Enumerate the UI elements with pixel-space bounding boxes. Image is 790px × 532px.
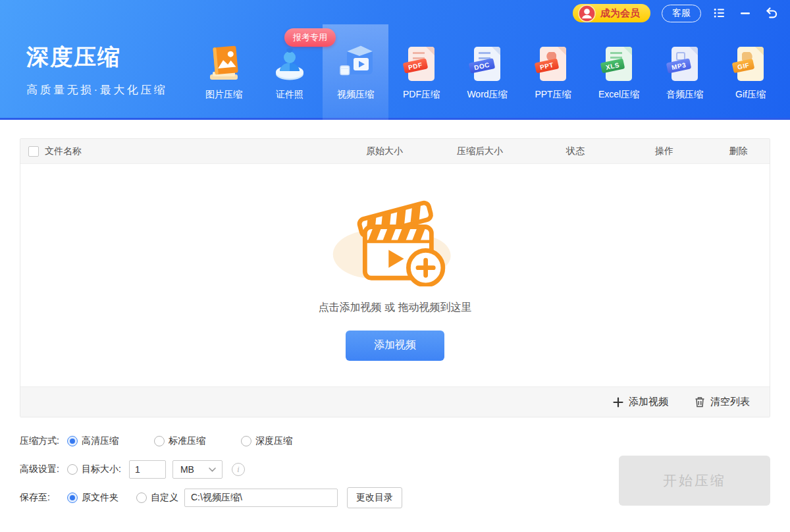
pdf-doc-icon: PDF (408, 39, 434, 81)
video-compress-icon (336, 39, 375, 81)
brand: 深度压缩 高质量无损·最大化压缩 (26, 42, 167, 97)
footer-add-video-button[interactable]: 添加视频 (613, 396, 668, 408)
radio-label: 原文件夹 (82, 492, 118, 504)
unit-value: MB (180, 464, 194, 475)
select-all-checkbox[interactable] (28, 146, 39, 157)
support-label: 客服 (672, 7, 691, 19)
column-operation: 操作 (621, 146, 707, 157)
radio-label: 标准压缩 (169, 435, 205, 447)
gif-doc-icon: GIF (737, 39, 764, 81)
advanced-settings-label: 高级设置: (20, 464, 67, 475)
audio-doc-icon: MP3 (672, 39, 698, 81)
file-tag: DOC (469, 58, 495, 73)
radio-target-size[interactable]: 目标大小: (67, 464, 121, 475)
exit-icon[interactable] (764, 6, 778, 20)
app-header: 成为会员 客服 深度压缩 高质量无损·最大化压缩 图片压缩 报考专用 (0, 0, 790, 120)
word-doc-icon: DOC (474, 39, 500, 81)
become-member-button[interactable]: 成为会员 (573, 4, 650, 22)
member-label: 成为会员 (600, 7, 640, 20)
app-subtitle: 高质量无损·最大化压缩 (26, 82, 167, 97)
topbar: 成为会员 客服 (573, 4, 778, 22)
clear-list-button[interactable]: 清空列表 (695, 396, 750, 408)
tab-image-compress[interactable]: 图片压缩 (191, 24, 257, 120)
tab-pdf-compress[interactable]: PDF PDF压缩 (388, 24, 454, 120)
tab-ppt-compress[interactable]: PPT PPT压缩 (520, 24, 586, 120)
column-compressed-size: 压缩后大小 (431, 146, 529, 157)
radio-dot (241, 436, 251, 446)
tab-label: 图片压缩 (205, 89, 242, 101)
image-compress-icon (205, 39, 242, 81)
unit-select[interactable]: MB (172, 460, 223, 479)
list-menu-icon[interactable] (712, 6, 727, 20)
radio-dot (136, 492, 147, 503)
tab-gif-compress[interactable]: GIF Gif压缩 (718, 24, 783, 120)
avatar-icon (578, 5, 596, 22)
footer-add-label: 添加视频 (629, 396, 668, 408)
radio-dot (67, 464, 78, 475)
tab-label: 视频压缩 (337, 89, 374, 101)
empty-state: 点击添加视频 或 拖动视频到这里 添加视频 (319, 190, 472, 361)
tab-label: 证件照 (276, 89, 303, 101)
compress-mode-label: 压缩方式: (20, 435, 67, 447)
trash-icon (695, 396, 705, 408)
column-original-size: 原始大小 (338, 146, 431, 157)
radio-deep-compress[interactable]: 深度压缩 (241, 435, 292, 447)
file-tag: GIF (732, 59, 755, 73)
tab-id-photo[interactable]: 报考专用 证件照 (257, 24, 323, 120)
column-status: 状态 (529, 146, 621, 157)
minimize-icon[interactable] (738, 6, 752, 20)
tab-label: Word压缩 (467, 89, 507, 101)
exam-badge: 报考专用 (284, 28, 336, 47)
plus-icon (613, 397, 623, 408)
info-icon[interactable]: i (232, 463, 245, 476)
radio-hd-compress[interactable]: 高清压缩 (67, 435, 118, 447)
tab-label: Excel压缩 (598, 89, 639, 101)
app-title: 深度压缩 (26, 42, 167, 72)
tab-audio-compress[interactable]: MP3 音频压缩 (652, 24, 718, 120)
radio-custom-folder[interactable]: 自定义 (136, 492, 178, 504)
compress-mode-row: 压缩方式: 高清压缩 标准压缩 深度压缩 (20, 431, 770, 451)
chevron-down-icon (209, 467, 216, 472)
radio-original-folder[interactable]: 原文件夹 (67, 492, 118, 504)
settings-section: 压缩方式: 高清压缩 标准压缩 深度压缩 高级设置: 目标大小: MB (0, 417, 790, 532)
tab-word-compress[interactable]: DOC Word压缩 (454, 24, 520, 120)
start-compress-button[interactable]: 开始压缩 (619, 456, 770, 506)
radio-dot (154, 436, 165, 446)
save-to-label: 保存至: (20, 492, 67, 504)
file-tag: PPT (535, 59, 560, 74)
radio-dot (67, 436, 78, 446)
radio-standard-compress[interactable]: 标准压缩 (154, 435, 205, 447)
file-list-panel: 文件名称 原始大小 压缩后大小 状态 操作 删除 (20, 138, 770, 417)
add-video-button[interactable]: 添加视频 (346, 331, 444, 361)
save-path-input[interactable] (184, 489, 338, 507)
radio-dot (67, 492, 78, 503)
tab-label: PPT压缩 (535, 89, 571, 101)
radio-label: 目标大小: (82, 464, 121, 475)
column-file-name: 文件名称 (45, 146, 82, 157)
drop-zone[interactable]: 点击添加视频 或 拖动视频到这里 添加视频 (20, 164, 770, 386)
ppt-doc-icon: PPT (540, 39, 566, 81)
tab-excel-compress[interactable]: XLS Excel压缩 (586, 24, 652, 120)
nav-tabs: 图片压缩 报考专用 证件照 视频压缩 PDF PDF压缩 DOC Word压缩 (191, 24, 783, 120)
column-delete: 删除 (707, 146, 770, 157)
file-table-header: 文件名称 原始大小 压缩后大小 状态 操作 删除 (20, 139, 770, 164)
clear-list-label: 清空列表 (710, 396, 750, 408)
file-tag: XLS (600, 59, 625, 74)
excel-doc-icon: XLS (606, 39, 632, 81)
change-directory-button[interactable]: 更改目录 (347, 487, 402, 508)
radio-label: 高清压缩 (82, 435, 118, 447)
empty-hint: 点击添加视频 或 拖动视频到这里 (319, 301, 472, 315)
support-button[interactable]: 客服 (662, 5, 701, 22)
tab-label: 音频压缩 (666, 89, 703, 101)
file-table-footer: 添加视频 清空列表 (20, 386, 770, 417)
target-size-input[interactable] (129, 460, 166, 479)
radio-label: 深度压缩 (255, 435, 292, 447)
radio-label: 自定义 (151, 492, 178, 504)
tab-label: PDF压缩 (403, 89, 440, 101)
main-content: 文件名称 原始大小 压缩后大小 状态 操作 删除 (0, 138, 790, 532)
file-tag: MP3 (666, 58, 692, 73)
tab-label: Gif压缩 (735, 89, 766, 101)
file-tag: PDF (403, 58, 428, 73)
clapperboard-add-icon (328, 190, 462, 286)
